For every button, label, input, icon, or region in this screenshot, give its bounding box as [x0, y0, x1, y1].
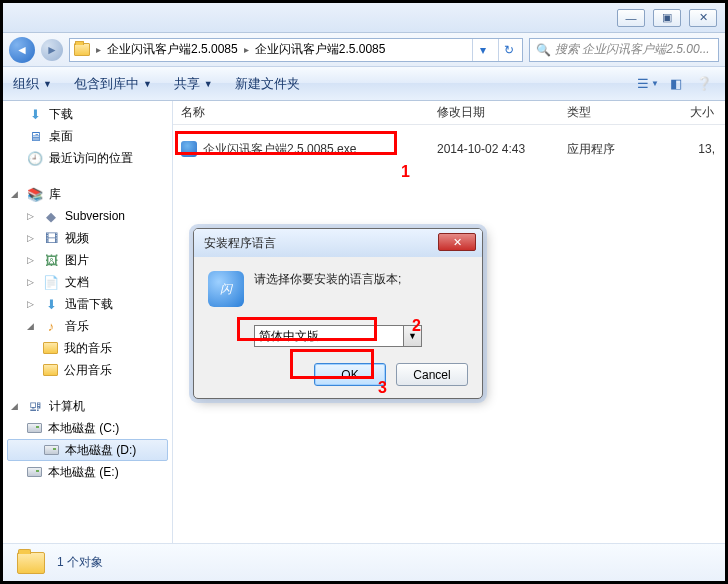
library-icon: 📚 — [27, 186, 43, 202]
annotation-label-2: 2 — [412, 317, 421, 335]
sidebar-item-downloads[interactable]: ⬇下载 — [3, 103, 172, 125]
chevron-right-icon: ▸ — [96, 44, 101, 55]
download-icon: ⬇ — [43, 296, 59, 312]
chevron-right-icon: ▸ — [244, 44, 249, 55]
view-options-button[interactable]: ☰ ▼ — [637, 73, 659, 95]
search-placeholder: 搜索 企业闪讯客户端2.5.00... — [555, 41, 710, 58]
search-icon: 🔍 — [536, 43, 551, 57]
exe-icon — [181, 141, 197, 157]
sidebar-item-recent[interactable]: 🕘最近访问的位置 — [3, 147, 172, 169]
sidebar-item-xunlei[interactable]: ▷⬇迅雷下载 — [3, 293, 172, 315]
file-row[interactable]: 企业闪讯客户端2.5.0085.exe 2014-10-02 4:43 应用程序… — [173, 137, 725, 161]
sidebar-item-documents[interactable]: ▷📄文档 — [3, 271, 172, 293]
search-input[interactable]: 🔍 搜索 企业闪讯客户端2.5.00... — [529, 38, 719, 62]
sidebar-item-publicmusic[interactable]: 公用音乐 — [3, 359, 172, 381]
maximize-button[interactable]: ▣ — [653, 9, 681, 27]
address-row: ◄ ► ▸ 企业闪讯客户端2.5.0085 ▸ 企业闪讯客户端2.5.0085 … — [3, 33, 725, 67]
documents-icon: 📄 — [43, 274, 59, 290]
status-text: 1 个对象 — [57, 554, 103, 571]
column-header-size[interactable]: 大小 — [659, 104, 725, 121]
folder-icon — [74, 43, 90, 56]
pictures-icon: 🖼 — [43, 252, 59, 268]
sidebar-item-library[interactable]: ◢📚库 — [3, 183, 172, 205]
sidebar-item-pictures[interactable]: ▷🖼图片 — [3, 249, 172, 271]
address-dropdown-button[interactable]: ▾ — [472, 39, 492, 61]
toolbar: 组织▼ 包含到库中▼ 共享▼ 新建文件夹 ☰ ▼ ◧ ❔ — [3, 67, 725, 101]
dialog-title: 安装程序语言 — [204, 235, 276, 252]
sidebar-item-drive-c[interactable]: 本地磁盘 (C:) — [3, 417, 172, 439]
sidebar-item-desktop[interactable]: 🖥桌面 — [3, 125, 172, 147]
dialog-close-button[interactable]: ✕ — [438, 233, 476, 251]
expand-icon[interactable]: ▷ — [27, 211, 37, 221]
expand-icon[interactable]: ▷ — [27, 255, 37, 265]
drive-icon — [44, 445, 59, 455]
expand-icon[interactable]: ◢ — [27, 321, 37, 331]
share-menu[interactable]: 共享▼ — [174, 75, 213, 93]
folder-icon — [17, 552, 45, 574]
organize-menu[interactable]: 组织▼ — [13, 75, 52, 93]
folder-icon — [43, 364, 58, 376]
minimize-button[interactable]: — — [617, 9, 645, 27]
dialog-prompt: 请选择你要安装的语言版本; — [254, 271, 401, 288]
desktop-icon: 🖥 — [27, 128, 43, 144]
nav-back-button[interactable]: ◄ — [9, 37, 35, 63]
annotation-label-3: 3 — [378, 379, 387, 397]
ok-button[interactable]: OK — [314, 363, 386, 386]
installer-icon: 闪 — [208, 271, 244, 307]
close-button[interactable]: ✕ — [689, 9, 717, 27]
language-dialog: 安装程序语言 ✕ 闪 请选择你要安装的语言版本; 简体中文版 ▼ OK Canc… — [193, 228, 483, 399]
help-button[interactable]: ❔ — [693, 73, 715, 95]
sidebar-item-computer[interactable]: ◢🖳计算机 — [3, 395, 172, 417]
file-date: 2014-10-02 4:43 — [429, 142, 559, 156]
file-name: 企业闪讯客户端2.5.0085.exe — [203, 142, 356, 156]
sidebar-item-subversion[interactable]: ▷◆Subversion — [3, 205, 172, 227]
new-folder-button[interactable]: 新建文件夹 — [235, 75, 300, 93]
expand-icon[interactable]: ▷ — [27, 233, 37, 243]
expand-icon[interactable]: ◢ — [11, 401, 21, 411]
subversion-icon: ◆ — [43, 208, 59, 224]
download-icon: ⬇ — [27, 106, 43, 122]
column-header-type[interactable]: 类型 — [559, 104, 659, 121]
sidebar-item-music[interactable]: ◢♪音乐 — [3, 315, 172, 337]
sidebar-item-mymusic[interactable]: 我的音乐 — [3, 337, 172, 359]
include-in-library-menu[interactable]: 包含到库中▼ — [74, 75, 152, 93]
breadcrumb-1[interactable]: 企业闪讯客户端2.5.0085 — [107, 41, 238, 58]
refresh-button[interactable]: ↻ — [498, 39, 518, 61]
nav-forward-button[interactable]: ► — [41, 39, 63, 61]
expand-icon[interactable]: ◢ — [11, 189, 21, 199]
drive-icon — [27, 467, 42, 477]
status-bar: 1 个对象 — [3, 543, 725, 581]
file-type: 应用程序 — [559, 141, 659, 158]
language-select[interactable]: 简体中文版 — [254, 325, 404, 347]
sidebar-item-drive-e[interactable]: 本地磁盘 (E:) — [3, 461, 172, 483]
video-icon: 🎞 — [43, 230, 59, 246]
preview-pane-button[interactable]: ◧ — [665, 73, 687, 95]
computer-icon: 🖳 — [27, 398, 43, 414]
column-header-name[interactable]: 名称 — [173, 104, 429, 121]
address-bar[interactable]: ▸ 企业闪讯客户端2.5.0085 ▸ 企业闪讯客户端2.5.0085 ▾ ↻ — [69, 38, 523, 62]
expand-icon[interactable]: ▷ — [27, 277, 37, 287]
music-icon: ♪ — [43, 318, 59, 334]
navigation-pane: ⬇下载 🖥桌面 🕘最近访问的位置 ◢📚库 ▷◆Subversion ▷🎞视频 ▷… — [3, 101, 173, 543]
sidebar-item-video[interactable]: ▷🎞视频 — [3, 227, 172, 249]
column-header-date[interactable]: 修改日期 — [429, 104, 559, 121]
column-header-row: 名称 修改日期 类型 大小 — [173, 101, 725, 125]
sidebar-item-drive-d[interactable]: 本地磁盘 (D:) — [7, 439, 168, 461]
recent-icon: 🕘 — [27, 150, 43, 166]
folder-icon — [43, 342, 58, 354]
expand-icon[interactable]: ▷ — [27, 299, 37, 309]
window-titlebar: — ▣ ✕ — [3, 3, 725, 33]
file-size: 13, — [659, 142, 725, 156]
breadcrumb-2[interactable]: 企业闪讯客户端2.5.0085 — [255, 41, 386, 58]
drive-icon — [27, 423, 42, 433]
annotation-label-1: 1 — [401, 163, 410, 181]
dialog-titlebar[interactable]: 安装程序语言 ✕ — [194, 229, 482, 257]
cancel-button[interactable]: Cancel — [396, 363, 468, 386]
